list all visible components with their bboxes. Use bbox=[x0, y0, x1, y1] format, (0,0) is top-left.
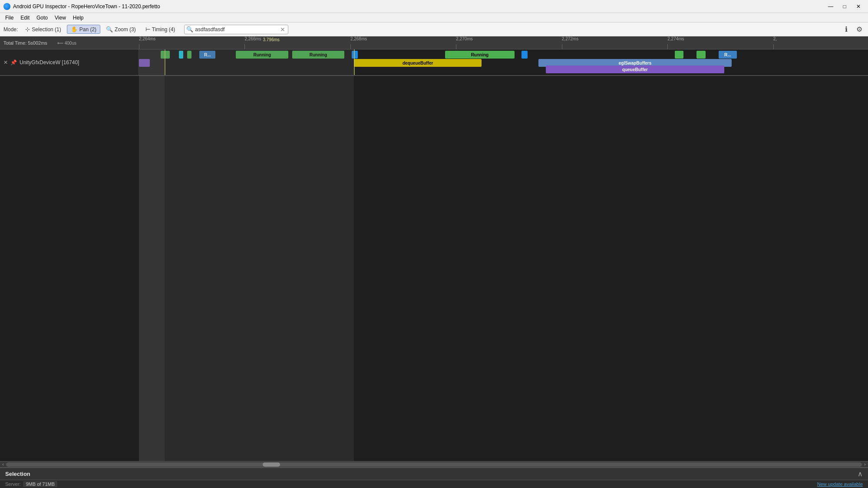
selection-title: Selection bbox=[5, 471, 30, 477]
search-icon: 🔍 bbox=[186, 26, 193, 33]
trace-segment[interactable]: dequeueBuffer bbox=[354, 59, 482, 67]
search-clear-button[interactable]: ✕ bbox=[279, 26, 286, 33]
time-tick-line bbox=[244, 44, 245, 49]
trace-segment[interactable]: R... bbox=[199, 51, 215, 59]
time-tick-label: 2,264ms bbox=[139, 36, 155, 41]
update-link[interactable]: New update available bbox=[817, 481, 863, 487]
time-tick-label: 2, bbox=[773, 36, 777, 41]
pan-icon: ✋ bbox=[71, 26, 78, 33]
search-container: 🔍 ✕ bbox=[184, 25, 288, 34]
trace-segment[interactable] bbox=[352, 51, 357, 59]
search-input[interactable] bbox=[195, 26, 279, 33]
time-tick-line bbox=[562, 44, 562, 49]
trace-segment[interactable] bbox=[187, 51, 191, 59]
mode-zoom-label: Zoom (3) bbox=[115, 26, 136, 33]
timing-icon: ⊢ bbox=[145, 26, 150, 33]
time-tick-label: 2,274ms bbox=[667, 36, 684, 41]
time-tick-line bbox=[773, 44, 774, 49]
close-button[interactable]: ✕ bbox=[852, 2, 865, 11]
title-text: Android GPU Inspector - RopeHeroViceTown… bbox=[13, 3, 160, 10]
menu-file[interactable]: File bbox=[2, 14, 17, 22]
track-content[interactable]: R...RunningRunningRunningR...dequeueBuff… bbox=[139, 49, 868, 75]
empty-track-area[interactable] bbox=[0, 76, 868, 461]
time-tick-label: 2,272ms bbox=[562, 36, 578, 41]
bottom-panel-header: Selection ∧ bbox=[0, 468, 868, 480]
track-row: ✕ 📌 UnityGfxDeviceW [16740] R...RunningR… bbox=[0, 49, 868, 75]
track-label: ✕ 📌 UnityGfxDeviceW [16740] bbox=[0, 49, 139, 75]
trace-segment[interactable]: Running bbox=[445, 51, 515, 59]
selection-icon: ⊹ bbox=[25, 26, 30, 33]
title-bar-left: Android GPU Inspector - RopeHeroViceTown… bbox=[3, 3, 160, 10]
app-icon bbox=[3, 3, 10, 10]
bottom-panel: Selection ∧ Server: 9MB of 71MB New upda… bbox=[0, 467, 868, 488]
info-button[interactable]: ℹ bbox=[841, 24, 851, 35]
trace-segment[interactable] bbox=[675, 51, 683, 59]
scroll-next-button[interactable]: › bbox=[862, 462, 868, 468]
scrollbar-thumb[interactable] bbox=[263, 462, 280, 467]
server-label: Server: bbox=[5, 481, 20, 487]
scale-indicator: ⟵ 400us bbox=[57, 41, 76, 46]
menu-bar: File Edit Goto View Help bbox=[0, 13, 868, 23]
trace-segment[interactable] bbox=[521, 51, 527, 59]
total-time: Total Time: 5s002ms ⟵ 400us bbox=[0, 40, 139, 46]
scrollbar-area: ‹ › bbox=[0, 461, 868, 467]
trace-segment[interactable] bbox=[139, 59, 150, 67]
time-tick-label: 2,268ms bbox=[350, 36, 367, 41]
mode-timing-label: Timing (4) bbox=[152, 26, 175, 33]
menu-view[interactable]: View bbox=[51, 14, 69, 22]
trace-segment[interactable]: queueBuffer bbox=[546, 66, 724, 73]
trace-segment[interactable]: Running bbox=[292, 51, 345, 59]
mode-selection-button[interactable]: ⊹ Selection (1) bbox=[21, 25, 65, 34]
track-name: UnityGfxDeviceW [16740] bbox=[20, 59, 79, 66]
menu-goto[interactable]: Goto bbox=[33, 14, 51, 22]
trace-segment[interactable]: Running bbox=[236, 51, 288, 59]
mode-selection-label: Selection (1) bbox=[32, 26, 61, 33]
mode-timing-button[interactable]: ⊢ Timing (4) bbox=[142, 25, 179, 34]
minimize-button[interactable]: — bbox=[825, 2, 837, 11]
window-controls: — □ ✕ bbox=[825, 2, 865, 11]
collapse-button[interactable]: ∧ bbox=[858, 470, 863, 478]
menu-edit[interactable]: Edit bbox=[17, 14, 33, 22]
server-value: 9MB of 71MB bbox=[23, 481, 57, 487]
trace-segment[interactable]: R... bbox=[719, 51, 737, 59]
maximize-button[interactable]: □ bbox=[838, 2, 851, 11]
zoom-icon: 🔍 bbox=[106, 26, 113, 33]
time-tick-line bbox=[350, 44, 351, 49]
mode-label: Mode: bbox=[3, 26, 18, 33]
server-info: Server: 9MB of 71MB bbox=[5, 481, 57, 487]
track-area[interactable]: ✕ 📌 UnityGfxDeviceW [16740] R...RunningR… bbox=[0, 49, 868, 461]
settings-button[interactable]: ⚙ bbox=[854, 24, 865, 35]
trace-segment[interactable] bbox=[179, 51, 183, 59]
main-content: Total Time: 5s002ms ⟵ 400us 3.796ms 2,26… bbox=[0, 36, 868, 488]
time-ruler: 3.796ms 2,264ms2,266ms2,268ms2,270ms2,27… bbox=[139, 36, 868, 49]
scroll-prev-button[interactable]: ‹ bbox=[0, 462, 6, 468]
selection-range-label: 3.796ms bbox=[263, 37, 279, 42]
time-tick-label: 2,266ms bbox=[244, 36, 261, 41]
timeline-header: Total Time: 5s002ms ⟵ 400us 3.796ms 2,26… bbox=[0, 36, 868, 49]
status-bar: Server: 9MB of 71MB New update available bbox=[0, 480, 868, 488]
time-tick-line bbox=[667, 44, 668, 49]
trace-segment[interactable] bbox=[696, 51, 705, 59]
mode-pan-label: Pan (2) bbox=[79, 26, 96, 33]
mode-pan-button[interactable]: ✋ Pan (2) bbox=[67, 25, 100, 34]
time-tick-line bbox=[456, 44, 456, 49]
menu-help[interactable]: Help bbox=[69, 14, 87, 22]
scrollbar-track[interactable] bbox=[6, 462, 862, 467]
time-tick-line bbox=[139, 44, 139, 49]
track-pin-button[interactable]: 📌 bbox=[10, 59, 17, 66]
title-bar: Android GPU Inspector - RopeHeroViceTown… bbox=[0, 0, 868, 13]
track-collapse-button[interactable]: ✕ bbox=[3, 59, 8, 66]
mode-zoom-button[interactable]: 🔍 Zoom (3) bbox=[102, 25, 140, 34]
trace-segment[interactable] bbox=[161, 51, 169, 59]
time-tick-label: 2,270ms bbox=[456, 36, 472, 41]
toolbar: Mode: ⊹ Selection (1) ✋ Pan (2) 🔍 Zoom (… bbox=[0, 23, 868, 36]
toolbar-right: ℹ ⚙ bbox=[841, 24, 865, 35]
